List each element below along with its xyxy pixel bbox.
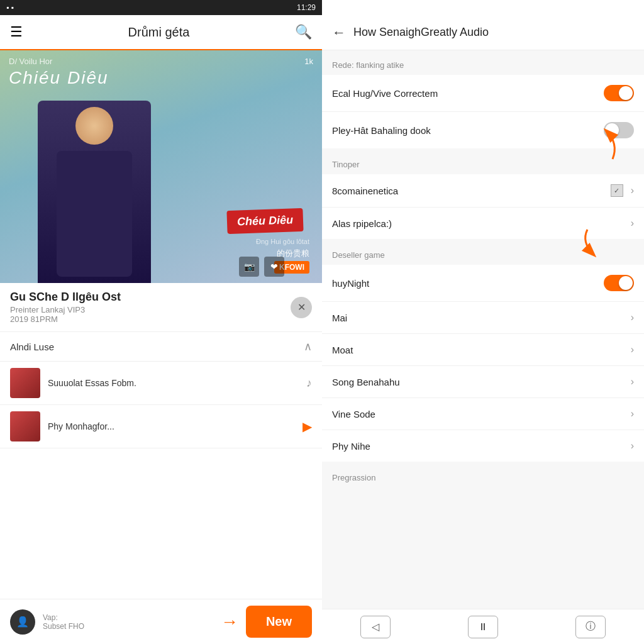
setting-huynight: huyNight	[332, 278, 369, 289]
chevron-icon: ›	[631, 344, 634, 355]
settings-row-8com[interactable]: 8comainenetica ✓ ›	[322, 174, 644, 208]
playlist-header: Alndi Luse ∧	[0, 332, 322, 362]
album-subtitle: D/ Voilu Hor	[9, 57, 52, 66]
status-time: 11:29	[297, 3, 316, 12]
status-icons: ▪ ▪	[6, 3, 14, 12]
section-label-tinoper: Tinoper	[322, 150, 644, 174]
setting-phy: Phy Nihe	[332, 441, 370, 452]
bottom-bar: 👤 Vap: Subset FHO → New	[0, 599, 322, 644]
setting-song: Song Benahahu	[332, 377, 400, 387]
settings-row-huy: huyNight	[322, 265, 644, 302]
album-title: Chiéu Diêu	[9, 68, 109, 88]
section-label-pregrassion: Pregrassion	[322, 463, 644, 487]
song-title: Gu SChe D Ilgêu Ost	[10, 291, 312, 304]
settings-row: Ecal Hug/Vive Correctem	[322, 75, 644, 112]
setting-pley: Pley-Hât Bahaling dook	[332, 125, 431, 136]
settings-row-moat[interactable]: Moat ›	[322, 334, 644, 366]
chevron-icon: ›	[631, 185, 634, 196]
setting-vine: Vine Sode	[332, 409, 375, 419]
menu-icon[interactable]: ☰	[10, 24, 23, 40]
annotation-arrow-down	[575, 226, 625, 258]
play-icon[interactable]: ▶	[303, 419, 312, 434]
setting-mai: Mai	[332, 313, 347, 323]
track-thumb-1	[10, 368, 40, 398]
chevron-icon: ›	[631, 218, 634, 229]
track-thumb-2	[10, 411, 40, 441]
bottom-label: Vap:	[43, 613, 213, 622]
close-button[interactable]: ✕	[291, 297, 312, 318]
setting-moat: Moat	[332, 345, 353, 355]
track-title-2: Phy Monhagfor...	[48, 421, 295, 431]
track-title-1: Suuuolat Essas Fobm.	[48, 378, 299, 388]
playlist-title: Alndi Luse	[10, 341, 54, 352]
search-icon[interactable]: 🔍	[295, 24, 312, 40]
chevron-icon: ›	[631, 312, 634, 323]
chevron-icon: ›	[631, 408, 634, 419]
album-sub-text: Đng Hui gôu lôtat	[256, 238, 309, 245]
note-icon: ♪	[306, 377, 312, 390]
settings-row-mai[interactable]: Mai ›	[322, 302, 644, 334]
album-icons: 📷 ❤	[239, 257, 284, 277]
heart-icon[interactable]: ❤	[264, 257, 284, 277]
song-info-bar: Gu SChe D Ilgêu Ost Preinter Lankaj VIP3…	[0, 283, 322, 332]
camera-icon[interactable]: 📷	[239, 257, 259, 277]
nav-pause-button[interactable]: ⏸	[468, 616, 498, 638]
right-nav-bar: ◁ ⏸ ⓘ	[322, 609, 644, 644]
checkbox-icon[interactable]: ✓	[611, 184, 623, 197]
album-badge: 1k	[304, 57, 313, 66]
setting-ecal: Ecal Hug/Vive Correctem	[332, 88, 438, 99]
bottom-info: Vap: Subset FHO	[43, 613, 213, 631]
spacer	[322, 487, 644, 609]
bottom-sublabel: Subset FHO	[43, 622, 213, 631]
playlist-section: Alndi Luse ∧ Suuuolat Essas Fobm. ♪ Phy …	[0, 332, 322, 599]
row-right: ✓ ›	[611, 184, 634, 197]
nav-info-button[interactable]: ⓘ	[575, 616, 606, 638]
arrow-indicator: →	[221, 612, 238, 632]
new-button[interactable]: New	[246, 606, 312, 638]
album-figure	[38, 101, 151, 283]
song-subtitle: Preinter Lankaj VIP3 2019 81PRM	[10, 305, 312, 324]
album-art: D/ Voilu Hor Chiéu Diêu 1k Chéu Diêu Đng…	[0, 50, 322, 283]
collapse-icon[interactable]: ∧	[304, 340, 312, 353]
playlist-item[interactable]: Suuuolat Essas Fobm. ♪	[0, 362, 322, 405]
status-bar: ▪ ▪ 11:29	[0, 0, 322, 15]
toggle-huy[interactable]	[604, 275, 634, 291]
user-avatar: 👤	[10, 609, 35, 635]
right-header: ← How SenaighGreatly Audio	[322, 15, 644, 50]
right-panel: ← How SenaighGreatly Audio Rede: flankin…	[322, 15, 644, 644]
playlist-item[interactable]: Phy Monhagfor... ▶	[0, 405, 322, 448]
setting-alas: Alas rpipelca:)	[332, 218, 392, 229]
settings-card-deseller: huyNight Mai › Moat › Song Benahahu › Vi…	[322, 265, 644, 462]
row-right-alas: ›	[631, 218, 634, 229]
section-label-rede: Rede: flanking atike	[322, 50, 644, 75]
setting-8com: 8comainenetica	[332, 186, 398, 196]
settings-card-tinoper: 8comainenetica ✓ › Alas rpipelca:) ›	[322, 174, 644, 239]
app-title: Drůmi géta	[128, 25, 190, 40]
left-header: ☰ Drůmi géta 🔍	[0, 15, 322, 50]
back-button[interactable]: ←	[332, 25, 346, 41]
nav-back-button[interactable]: ◁	[360, 616, 391, 638]
chevron-icon: ›	[631, 376, 634, 387]
settings-title: How SenaighGreatly Audio	[353, 26, 489, 39]
settings-row-song[interactable]: Song Benahahu ›	[322, 366, 644, 398]
chevron-icon: ›	[631, 440, 634, 452]
settings-row-vine[interactable]: Vine Sode ›	[322, 398, 644, 430]
left-panel: ☰ Drůmi géta 🔍 D/ Voilu Hor Chiéu Diêu 1…	[0, 15, 322, 644]
toggle-ecal[interactable]	[604, 85, 634, 101]
annotation-arrow-up	[575, 125, 625, 162]
album-banner: Chéu Diêu	[226, 208, 303, 234]
settings-row-phy[interactable]: Phy Nihe ›	[322, 430, 644, 462]
